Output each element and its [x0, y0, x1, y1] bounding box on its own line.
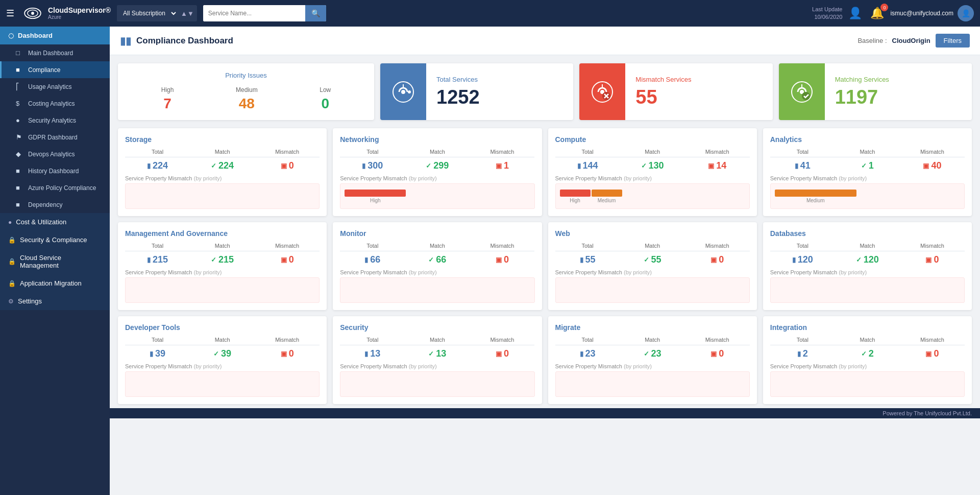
- stat-total-value: ▮ 120: [770, 254, 835, 265]
- filters-button[interactable]: Filters: [936, 34, 970, 48]
- main-dashboard-icon: □: [16, 49, 24, 57]
- stat-total-value: ▮ 39: [125, 348, 190, 359]
- sidebar-item-costing-analytics[interactable]: $ Costing Analytics: [0, 95, 110, 112]
- usage-analytics-icon: ⎡: [16, 83, 24, 90]
- stat-match-value: ✓ 13: [405, 348, 470, 359]
- mismatch-section: Service Property Mismatch (by priority) …: [555, 175, 750, 209]
- sidebar-settings-header[interactable]: ⚙ Settings: [0, 292, 110, 310]
- notifications-icon[interactable]: 🔔 0: [870, 7, 884, 20]
- stat-match-value: ✓ 130: [620, 160, 685, 171]
- stat-match: Match ✓ 66: [405, 243, 470, 265]
- service-card[interactable]: Migrate Total ▮ 23 Match ✓ 23 Mismatch ▣…: [548, 316, 757, 404]
- stat-mismatch: Mismatch ▣ 14: [685, 149, 750, 171]
- service-card-title: Management And Governance: [125, 229, 320, 238]
- page-title: ▮▮ Compliance Dashboard: [120, 35, 233, 47]
- last-update: Last Update 10/06/2020: [812, 6, 842, 21]
- stat-match-value: ✓ 1: [835, 160, 900, 171]
- security-analytics-icon: ●: [16, 116, 24, 124]
- sidebar-item-usage-analytics[interactable]: ⎡ Usage Analytics: [0, 78, 110, 95]
- sidebar-cloud-service-header[interactable]: 🔒 Cloud Service Management: [0, 249, 110, 274]
- service-card[interactable]: Integration Total ▮ 2 Match ✓ 2 Mismatch…: [763, 316, 972, 404]
- stat-mismatch: Mismatch ▣ 0: [255, 243, 320, 265]
- service-card[interactable]: Security Total ▮ 13 Match ✓ 13 Mismatch …: [333, 316, 542, 404]
- service-card[interactable]: Monitor Total ▮ 66 Match ✓ 66 Mismatch ▣…: [333, 222, 542, 310]
- priority-label: (by priority): [409, 269, 437, 275]
- mismatch-section: Service Property Mismatch (by priority): [125, 363, 320, 397]
- subscription-dropdown[interactable]: All Subscription: [117, 5, 178, 21]
- sidebar-azure-policy-label: Azure Policy Compliance: [28, 184, 96, 192]
- stat-match: Match ✓ 39: [190, 337, 255, 359]
- service-stats: Total ▮ 13 Match ✓ 13 Mismatch ▣ 0: [340, 337, 534, 359]
- stat-total-label: Total: [770, 337, 835, 345]
- stat-mismatch-label: Mismatch: [900, 149, 965, 157]
- service-search-button[interactable]: 🔍: [305, 5, 326, 21]
- total-services-card: Total Services 1252: [380, 63, 573, 120]
- sidebar-security-compliance-header[interactable]: 🔒 Security & Compliance: [0, 231, 110, 249]
- service-search[interactable]: 🔍: [203, 5, 326, 21]
- sidebar-app-migration-header[interactable]: 🔒 Application Migration: [0, 274, 110, 292]
- stat-match: Match ✓ 23: [620, 337, 685, 359]
- sidebar-cost-utilization-header[interactable]: ● Cost & Utilization: [0, 213, 110, 231]
- service-card[interactable]: Networking Total ▮ 300 Match ✓ 299 Misma…: [333, 128, 542, 216]
- mismatch-section: Service Property Mismatch (by priority) …: [340, 175, 534, 209]
- mismatch-section: Service Property Mismatch (by priority): [555, 269, 750, 303]
- content-header: ▮▮ Compliance Dashboard Baseline : Cloud…: [110, 27, 980, 55]
- service-card[interactable]: Analytics Total ▮ 41 Match ✓ 1 Mismatch …: [763, 128, 972, 216]
- mismatch-icon: ▣: [496, 162, 502, 170]
- service-card[interactable]: Management And Governance Total ▮ 215 Ma…: [118, 222, 327, 310]
- logo: [23, 6, 42, 20]
- total-icon: ▮: [580, 350, 583, 358]
- stat-mismatch-label: Mismatch: [685, 149, 750, 157]
- priority-high-value: 7: [161, 96, 174, 112]
- match-icon: ✓: [426, 162, 431, 170]
- stat-total-label: Total: [125, 149, 190, 157]
- stat-total: Total ▮ 120: [770, 243, 835, 265]
- mismatch-label: Service Property Mismatch (by priority): [555, 269, 750, 275]
- user-info[interactable]: ismuc@unifycloud.com 👤: [890, 5, 974, 21]
- service-card[interactable]: Developer Tools Total ▮ 39 Match ✓ 39 Mi…: [118, 316, 327, 404]
- stat-mismatch-value: ▣ 0: [470, 254, 534, 265]
- stat-mismatch-value: ▣ 0: [685, 254, 750, 265]
- sidebar-item-gdpr-dashboard[interactable]: ⚑ GDPR Dashboard: [0, 129, 110, 146]
- service-card[interactable]: Databases Total ▮ 120 Match ✓ 120 Mismat…: [763, 222, 972, 310]
- sidebar-item-security-analytics[interactable]: ● Security Analytics: [0, 112, 110, 129]
- stat-total: Total ▮ 215: [125, 243, 190, 265]
- sidebar-item-dependency[interactable]: ■ Dependency: [0, 196, 110, 213]
- sidebar-item-compliance[interactable]: ■ Compliance: [0, 61, 110, 78]
- stat-match: Match ✓ 55: [620, 243, 685, 265]
- stat-match-label: Match: [620, 243, 685, 251]
- service-card[interactable]: Web Total ▮ 55 Match ✓ 55 Mismatch ▣ 0: [548, 222, 757, 310]
- stat-mismatch-value: ▣ 0: [255, 348, 320, 359]
- history-icon: ■: [16, 167, 24, 175]
- sidebar-item-main-dashboard[interactable]: □ Main Dashboard: [0, 44, 110, 61]
- gdpr-icon: ⚑: [16, 133, 24, 141]
- stat-match-label: Match: [190, 337, 255, 345]
- security-lock-icon: 🔒: [8, 237, 16, 244]
- mismatch-section: Service Property Mismatch (by priority): [770, 363, 965, 397]
- stat-match: Match ✓ 224: [190, 149, 255, 171]
- dependency-icon: ■: [16, 201, 24, 208]
- service-card-title: Developer Tools: [125, 323, 320, 332]
- service-card[interactable]: Compute Total ▮ 144 Match ✓ 130 Mismatch…: [548, 128, 757, 216]
- sidebar-dashboard-header[interactable]: ◌ Dashboard: [0, 27, 110, 44]
- match-icon: ✓: [856, 256, 862, 264]
- profile-icon[interactable]: 👤: [848, 7, 862, 20]
- service-card-title: Analytics: [770, 135, 965, 144]
- summary-cards: Priority Issues High 7 Medium 48 Low 0: [118, 63, 972, 120]
- sidebar-item-azure-policy[interactable]: ■ Azure Policy Compliance: [0, 179, 110, 196]
- service-card[interactable]: Storage Total ▮ 224 Match ✓ 224 Mismatch…: [118, 128, 327, 216]
- hamburger-icon[interactable]: ☰: [6, 8, 14, 19]
- subscription-selector[interactable]: All Subscription ▲▼: [117, 5, 197, 21]
- sidebar-item-history-dashboard[interactable]: ■ History Dashboard: [0, 162, 110, 179]
- cost-lock-icon: ●: [8, 219, 12, 226]
- sidebar-item-devops-analytics[interactable]: ◆ Devops Analytics: [0, 146, 110, 162]
- stat-mismatch-value: ▣ 0: [255, 254, 320, 265]
- stat-total: Total ▮ 23: [555, 337, 620, 359]
- mismatch-section: Service Property Mismatch (by priority): [555, 363, 750, 397]
- service-search-input[interactable]: [203, 5, 305, 21]
- priority-low: Low 0: [320, 86, 331, 112]
- match-icon: ✓: [211, 162, 216, 170]
- sidebar-security-label: Security & Compliance: [20, 236, 87, 244]
- subscription-arrow-icon: ▲▼: [178, 10, 197, 17]
- stat-total-value: ▮ 23: [555, 348, 620, 359]
